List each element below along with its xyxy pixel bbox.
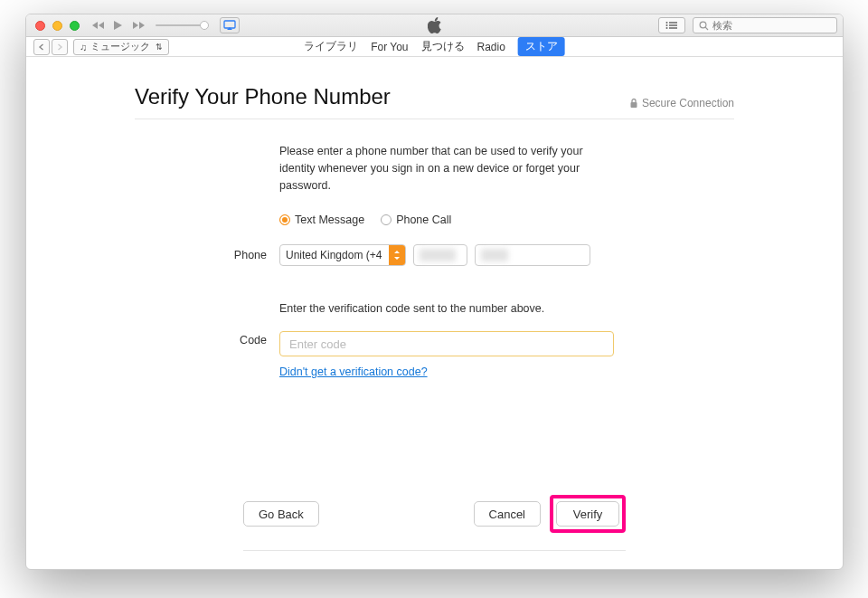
close-button[interactable] xyxy=(35,21,45,31)
country-select[interactable]: United Kingdom (+4 xyxy=(279,244,406,266)
verify-highlight: Verify xyxy=(550,495,626,533)
code-instructions: Enter the verification code sent to the … xyxy=(279,302,734,315)
page-title: Verify Your Phone Number xyxy=(135,84,391,109)
svg-point-5 xyxy=(666,24,668,26)
list-view-button[interactable] xyxy=(658,17,685,33)
music-note-icon: ♫ xyxy=(80,42,87,52)
store-content: Verify Your Phone Number Secure Connecti… xyxy=(26,57,843,569)
secure-connection-indicator: Secure Connection xyxy=(629,97,734,109)
play-icon[interactable] xyxy=(112,20,127,31)
footer-buttons: Go Back Cancel Verify xyxy=(135,478,734,550)
radio-phone-call[interactable]: Phone Call xyxy=(381,214,451,226)
search-icon xyxy=(699,21,709,31)
titlebar xyxy=(26,14,843,37)
nav-back-button[interactable] xyxy=(33,39,50,55)
nav-forward-button[interactable] xyxy=(52,39,68,55)
svg-rect-9 xyxy=(630,102,637,108)
tab-store[interactable]: ストア xyxy=(518,37,565,56)
country-value: United Kingdom (+4 xyxy=(286,249,382,261)
minimize-button[interactable] xyxy=(52,21,62,31)
radio-on-icon xyxy=(279,214,290,225)
radio-phone-call-label: Phone Call xyxy=(396,214,451,226)
tab-library[interactable]: ライブラリ xyxy=(304,39,358,54)
code-input[interactable] xyxy=(279,331,614,356)
tab-for-you[interactable]: For You xyxy=(371,41,408,53)
svg-point-7 xyxy=(700,22,706,28)
rewind-icon[interactable] xyxy=(92,21,107,30)
svg-line-8 xyxy=(705,27,708,30)
playback-controls xyxy=(92,17,240,33)
phone-field-1[interactable] xyxy=(413,244,467,266)
verify-button[interactable]: Verify xyxy=(556,501,619,527)
window-controls xyxy=(35,21,80,31)
svg-point-4 xyxy=(666,22,668,24)
apple-logo-icon xyxy=(428,17,442,33)
radio-text-message[interactable]: Text Message xyxy=(279,214,364,226)
resend-code-link[interactable]: Didn't get a verification code? xyxy=(279,365,428,378)
search-field[interactable] xyxy=(693,17,837,33)
svg-rect-0 xyxy=(224,21,235,28)
forward-icon[interactable] xyxy=(132,21,146,30)
svg-point-6 xyxy=(666,27,668,29)
itunes-window: ♫ ミュージック ⇅ ライブラリ For You 見つける Radio ストア … xyxy=(25,14,844,570)
phone-label: Phone xyxy=(212,249,267,261)
chevron-updown-icon: ⇅ xyxy=(156,43,163,52)
search-input[interactable] xyxy=(712,20,821,31)
nav-tabs: ライブラリ For You 見つける Radio ストア xyxy=(304,37,565,56)
cancel-button[interactable]: Cancel xyxy=(474,501,541,527)
radio-text-message-label: Text Message xyxy=(295,214,364,226)
volume-slider[interactable] xyxy=(156,24,205,26)
phone-field-2[interactable] xyxy=(475,244,590,266)
explain-text: Please enter a phone number that can be … xyxy=(279,143,596,194)
chevron-down-icon xyxy=(389,245,405,265)
go-back-button[interactable]: Go Back xyxy=(243,501,319,527)
radio-off-icon xyxy=(381,214,392,225)
secondary-toolbar: ♫ ミュージック ⇅ ライブラリ For You 見つける Radio ストア xyxy=(26,37,843,57)
lock-icon xyxy=(629,98,638,109)
source-selector[interactable]: ♫ ミュージック ⇅ xyxy=(73,39,169,55)
source-label: ミュージック xyxy=(90,40,150,53)
tab-radio[interactable]: Radio xyxy=(477,41,505,53)
code-label: Code xyxy=(212,334,267,346)
zoom-button[interactable] xyxy=(70,21,80,31)
tab-browse[interactable]: 見つける xyxy=(421,39,465,54)
secure-label: Secure Connection xyxy=(642,97,734,109)
airplay-button[interactable] xyxy=(220,17,240,33)
